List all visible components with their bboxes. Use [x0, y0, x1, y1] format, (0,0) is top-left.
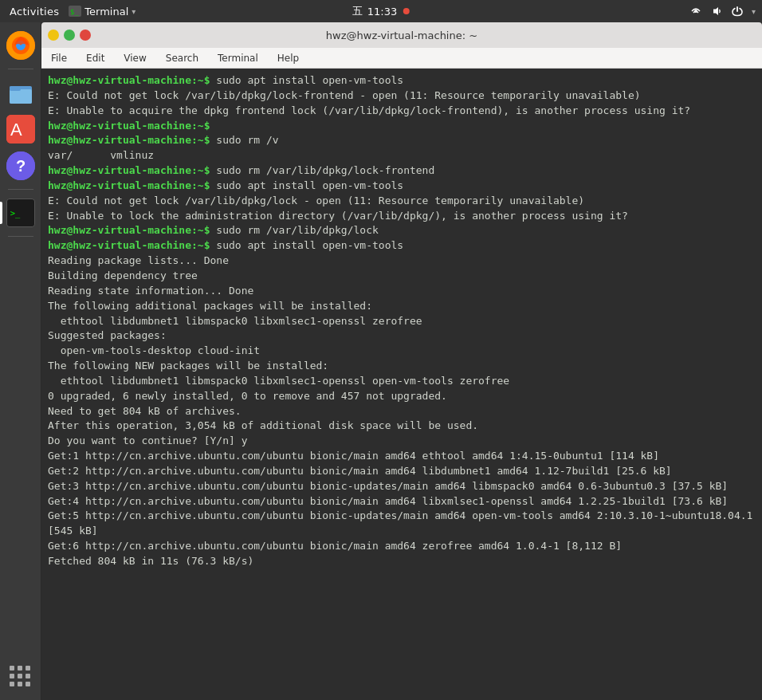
command-text: sudo apt install open-vm-tools: [210, 74, 404, 86]
activities-button[interactable]: Activities: [6, 6, 62, 18]
prompt-text: hwz@hwz-virtual-machine:~$: [48, 74, 210, 86]
terminal-line: Get:3 http://cn.archive.ubuntu.com/ubunt…: [48, 479, 756, 494]
system-topbar: Activities $_ Terminal ▾ 五 11:33: [0, 0, 762, 22]
svg-text:?: ?: [16, 157, 26, 175]
menu-view[interactable]: View: [120, 51, 149, 65]
terminal-topbar-icon: $_: [69, 6, 81, 17]
terminal-line: E: Could not get lock /var/lib/dpkg/lock…: [48, 194, 756, 209]
dock-item-firefox[interactable]: [4, 29, 37, 62]
terminal-line: Building dependency tree: [48, 269, 756, 284]
command-text: sudo apt install open-vm-tools: [210, 239, 404, 251]
terminal-line: Reading state information... Done: [48, 284, 756, 299]
terminal-line: Fetched 804 kB in 11s (76.3 kB/s): [48, 554, 756, 569]
menu-search[interactable]: Search: [163, 51, 202, 65]
dock-item-app-grid[interactable]: [4, 660, 37, 694]
terminal-window: hwz@hwz-virtual-machine: ~ File Edit Vie…: [41, 22, 762, 700]
close-button[interactable]: [80, 29, 91, 41]
day-label: 五: [352, 4, 363, 18]
dock-item-software[interactable]: A: [4, 112, 37, 146]
dock-item-files[interactable]: [4, 76, 37, 109]
terminal-line: The following NEW packages will be insta…: [48, 359, 756, 374]
firefox-icon: [6, 31, 35, 60]
svg-text:>_: >_: [10, 208, 20, 218]
dock-item-terminal[interactable]: >_: [4, 196, 37, 230]
terminal-line: Get:4 http://cn.archive.ubuntu.com/ubunt…: [48, 494, 756, 509]
terminal-line: ethtool libdumbnet1 libmspack0 libxmlsec…: [48, 374, 756, 389]
files-icon: [6, 78, 35, 107]
svg-rect-7: [10, 89, 32, 104]
prompt-text: hwz@hwz-virtual-machine:~$: [48, 120, 210, 132]
prompt-text: hwz@hwz-virtual-machine:~$: [48, 179, 210, 191]
dock-divider-1: [8, 69, 33, 69]
terminal-line: E: Unable to lock the administration dir…: [48, 209, 756, 224]
svg-text:A: A: [10, 120, 22, 140]
terminal-line: hwz@hwz-virtual-machine:~$ sudo apt inst…: [48, 238, 756, 254]
terminal-menubar: File Edit View Search Terminal Help: [41, 48, 762, 69]
dock-divider-2: [8, 189, 33, 190]
terminal-line: hwz@hwz-virtual-machine:~$ sudo rm /var/…: [48, 223, 756, 238]
terminal-line: E: Could not get lock /var/lib/dpkg/lock…: [48, 88, 756, 104]
topbar-system-icons: ▾: [689, 5, 756, 18]
terminal-line: Get:2 http://cn.archive.ubuntu.com/ubunt…: [48, 464, 756, 479]
power-dropdown-icon[interactable]: ▾: [752, 7, 756, 16]
terminal-line: hwz@hwz-virtual-machine:~$ sudo apt inst…: [48, 179, 756, 194]
prompt-text: hwz@hwz-virtual-machine:~$: [48, 164, 210, 176]
minimize-button[interactable]: [48, 29, 59, 41]
terminal-line: The following additional packages will b…: [48, 299, 756, 314]
terminal-line: open-vm-tools-desktop cloud-init: [48, 344, 756, 359]
terminal-dropdown-icon[interactable]: ▾: [132, 7, 136, 16]
terminal-line: 0 upgraded, 6 newly installed, 0 to remo…: [48, 389, 756, 404]
terminal-app-label[interactable]: Terminal: [84, 6, 128, 18]
terminal-line: hwz@hwz-virtual-machine:~$ sudo apt inst…: [48, 73, 756, 88]
terminal-app-indicator: $_ Terminal ▾: [69, 6, 136, 18]
terminal-line: ethtool libdumbnet1 libmspack0 libxmlsec…: [48, 314, 756, 329]
menu-terminal[interactable]: Terminal: [214, 51, 261, 65]
command-text: sudo rm /v: [210, 134, 279, 146]
recording-dot: [403, 8, 410, 14]
topbar-clock: 五 11:33: [352, 4, 410, 18]
terminal-dock-icon: >_: [6, 199, 35, 227]
terminal-line: Get:5 http://cn.archive.ubuntu.com/ubunt…: [48, 509, 756, 539]
maximize-button[interactable]: [64, 29, 75, 41]
sound-icon[interactable]: [710, 5, 723, 18]
terminal-line: Need to get 804 kB of archives.: [48, 404, 756, 419]
svg-text:$_: $_: [70, 8, 79, 16]
prompt-text: hwz@hwz-virtual-machine:~$: [48, 224, 210, 236]
dock-item-help[interactable]: ?: [4, 149, 37, 183]
terminal-line: hwz@hwz-virtual-machine:~$: [48, 119, 756, 134]
terminal-screen: hwz@hwz-virtual-machine:~$ sudo apt inst…: [48, 73, 756, 695]
time-label: 11:33: [367, 6, 397, 18]
network-icon[interactable]: [689, 5, 702, 18]
terminal-line: hwz@hwz-virtual-machine:~$ sudo rm /v: [48, 133, 756, 148]
terminal-line: Suggested packages:: [48, 328, 756, 344]
menu-edit[interactable]: Edit: [83, 51, 108, 65]
command-text: sudo rm /var/lib/dpkg/lock: [210, 224, 379, 236]
menu-help[interactable]: Help: [274, 51, 302, 65]
terminal-output[interactable]: hwz@hwz-virtual-machine:~$ sudo apt inst…: [41, 69, 762, 700]
power-icon[interactable]: [731, 5, 744, 18]
terminal-line: E: Unable to acquire the dpkg frontend l…: [48, 104, 756, 119]
terminal-line: After this operation, 3,054 kB of additi…: [48, 419, 756, 434]
application-dock: A ? >_: [0, 22, 41, 700]
terminal-title: hwz@hwz-virtual-machine: ~: [326, 29, 477, 41]
terminal-line: Do you want to continue? [Y/n] y: [48, 434, 756, 449]
topbar-left: Activities $_ Terminal ▾: [6, 6, 136, 18]
prompt-text: hwz@hwz-virtual-machine:~$: [48, 239, 210, 251]
software-icon: A: [6, 115, 35, 144]
menu-file[interactable]: File: [48, 51, 70, 65]
terminal-line: var/ vmlinuz: [48, 148, 756, 163]
terminal-line: Get:1 http://cn.archive.ubuntu.com/ubunt…: [48, 449, 756, 464]
svg-rect-8: [10, 86, 21, 91]
terminal-line: Get:6 http://cn.archive.ubuntu.com/ubunt…: [48, 539, 756, 554]
prompt-text: hwz@hwz-virtual-machine:~$: [48, 134, 210, 146]
terminal-line: Reading package lists... Done: [48, 254, 756, 269]
help-icon: ?: [6, 151, 35, 180]
command-text: sudo rm /var/lib/dpkg/lock-frontend: [210, 164, 435, 176]
apps-grid-icon: [8, 664, 33, 690]
dock-divider-3: [8, 236, 33, 237]
titlebar-window-controls: [48, 29, 91, 41]
terminal-line: hwz@hwz-virtual-machine:~$ sudo rm /var/…: [48, 163, 756, 179]
terminal-titlebar: hwz@hwz-virtual-machine: ~: [41, 22, 762, 48]
command-text: sudo apt install open-vm-tools: [210, 179, 404, 191]
